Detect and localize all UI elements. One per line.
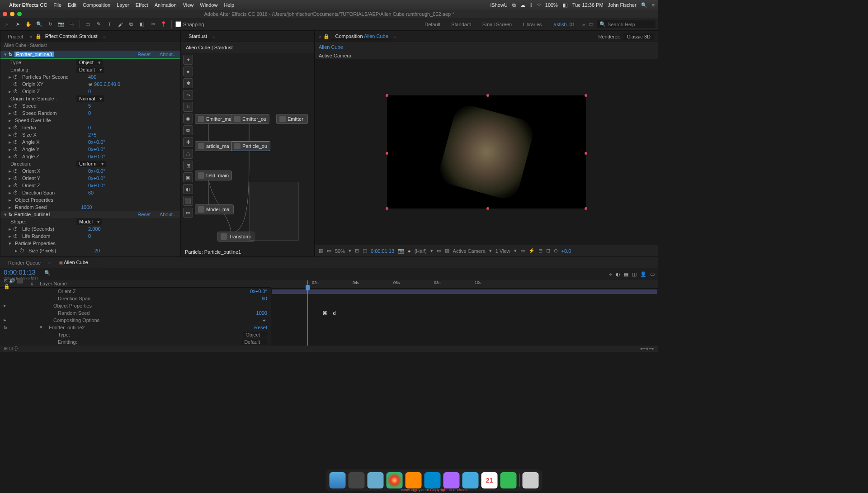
- size-x-value[interactable]: 275: [88, 132, 96, 137]
- stopwatch-icon[interactable]: ⏱: [13, 81, 19, 87]
- rectangle-tool-icon[interactable]: ▭: [84, 20, 92, 28]
- alpha-toggle-icon[interactable]: ▦: [319, 248, 323, 254]
- search-help-input[interactable]: [608, 22, 653, 27]
- orient-x-value[interactable]: 0x+0.0°: [88, 168, 105, 174]
- origin-z-value[interactable]: 0: [88, 89, 91, 94]
- pixel-aspect-icon[interactable]: ▭: [520, 248, 525, 254]
- origin-xy-value[interactable]: 960.0,540.0: [94, 81, 120, 87]
- prop-value[interactable]: 60: [262, 296, 267, 301]
- chevron-down-icon[interactable]: ▾: [489, 248, 492, 254]
- grid-toggle-icon[interactable]: ⊞: [355, 248, 359, 254]
- timeline-comp-tab[interactable]: ▣ Alien Cube: [54, 259, 93, 266]
- angle-z-value[interactable]: 0x+0.0°: [88, 154, 105, 159]
- reset-button[interactable]: Reset: [137, 212, 151, 217]
- zoom-slider[interactable]: ◂━●━▸: [640, 346, 655, 351]
- anchor-tool-icon[interactable]: ⊹: [68, 20, 76, 28]
- prop-orient-z[interactable]: Orient Z: [58, 289, 76, 294]
- search-icon[interactable]: 🔍: [44, 270, 51, 275]
- field-node-icon[interactable]: ◉: [183, 114, 193, 123]
- model-node-icon[interactable]: ▣: [183, 172, 193, 182]
- light-node-icon[interactable]: ◐: [183, 184, 193, 194]
- channel-icon[interactable]: ●: [408, 248, 411, 254]
- notification-icon[interactable]: ≡: [652, 2, 655, 8]
- selection-tool-icon[interactable]: ➤: [14, 20, 22, 28]
- node-particle-main[interactable]: article_ma: [195, 141, 232, 151]
- prop-compositing-options[interactable]: Compositing Options: [53, 318, 99, 323]
- chevron-down-icon[interactable]: ▾: [430, 248, 433, 254]
- playhead[interactable]: [307, 280, 308, 346]
- workspace-small-screen[interactable]: Small Screen: [479, 21, 515, 28]
- stardust-tab[interactable]: Stardust: [185, 33, 211, 40]
- workspace-settings-icon[interactable]: ▭: [589, 21, 593, 27]
- stopwatch-icon[interactable]: ⏱: [13, 110, 19, 116]
- stopwatch-icon[interactable]: ⏱: [13, 74, 19, 80]
- brush-tool-icon[interactable]: 🖌: [116, 20, 124, 28]
- node-emitter-outline[interactable]: Emitter_ou: [231, 114, 269, 124]
- minimize-window-button[interactable]: [10, 12, 14, 16]
- chevron-down-icon[interactable]: ▾: [349, 248, 351, 254]
- stopwatch-icon[interactable]: ⏱: [13, 175, 19, 181]
- particle-node-icon[interactable]: ●: [183, 66, 193, 76]
- cloud-icon[interactable]: ☁: [520, 2, 525, 8]
- zoom-dropdown[interactable]: 50%: [335, 248, 345, 254]
- menu-window[interactable]: Window: [200, 2, 217, 8]
- node-emitter-main[interactable]: Emitter_ma: [195, 114, 235, 124]
- group-node-icon[interactable]: ⊞: [183, 161, 193, 171]
- emitting-dropdown[interactable]: Default: [241, 339, 267, 345]
- orient-y-value[interactable]: 0x+0.0°: [88, 175, 105, 181]
- view-dropdown[interactable]: 1 View: [495, 248, 510, 254]
- motion-blur-icon[interactable]: ◐: [616, 271, 620, 277]
- timeline-track-area[interactable]: 02s 04s 06s 08s 10s: [271, 280, 658, 346]
- chevron-down-icon[interactable]: ▾: [514, 248, 517, 254]
- replica-node-icon[interactable]: ⧉: [183, 125, 193, 135]
- reset-button[interactable]: Reset: [137, 52, 151, 57]
- rotation-tool-icon[interactable]: ↻: [46, 20, 54, 28]
- reset-link[interactable]: Reset: [254, 325, 267, 330]
- spotlight-icon[interactable]: 🔍: [641, 2, 647, 8]
- auxiliary-node-icon[interactable]: ✱: [183, 78, 193, 88]
- stopwatch-icon[interactable]: ⏱: [13, 139, 19, 145]
- eraser-tool-icon[interactable]: ◧: [138, 20, 146, 28]
- node-model-main[interactable]: Model_mai: [195, 204, 234, 214]
- stopwatch-icon[interactable]: ⏱: [13, 233, 19, 239]
- fx-particle-header[interactable]: ▾fx Particle_outline1 Reset About...: [0, 211, 180, 218]
- exposure-reset-icon[interactable]: ⊙: [554, 248, 558, 254]
- home-icon[interactable]: ⌂: [3, 20, 11, 28]
- snapshot-icon[interactable]: 📷: [398, 248, 404, 254]
- timeline-layer-list[interactable]: ⊙ 🔊 ⬛ 🔒 #Layer Name Orient Z0x+0.0° Dire…: [0, 280, 271, 346]
- toggle-switches-icon[interactable]: ⊞ ⊡ {}: [4, 346, 18, 351]
- resolution-dropdown[interactable]: (Half): [415, 248, 427, 254]
- pen-tool-icon[interactable]: ✎: [94, 20, 103, 28]
- layer-handle[interactable]: [486, 94, 489, 97]
- menu-effect[interactable]: Effect: [136, 2, 148, 8]
- menu-view[interactable]: View: [183, 2, 194, 8]
- stopwatch-icon[interactable]: ⏱: [13, 190, 19, 195]
- workspace-default[interactable]: Default: [421, 21, 444, 28]
- roi-icon[interactable]: ▭: [437, 248, 441, 254]
- layer-handle[interactable]: [585, 94, 587, 97]
- node-graph-area[interactable]: ✦ ● ✱ ⤳ ≋ ◉ ⧉ ✚ ◌ ⊞ ▣ ◐ ⬛ ▭: [181, 53, 314, 256]
- workspace-custom[interactable]: jasfish_01: [549, 21, 579, 28]
- angle-x-value[interactable]: 0x+0.0°: [88, 139, 105, 145]
- node-field-main[interactable]: field_main: [195, 171, 232, 180]
- shape-dropdown[interactable]: Model: [76, 218, 102, 225]
- close-tab-icon[interactable]: ×: [319, 34, 321, 39]
- graph-editor-icon[interactable]: ⟐: [609, 271, 612, 277]
- menu-animation[interactable]: Animation: [155, 2, 177, 8]
- camera-tool-icon[interactable]: 📷: [57, 20, 65, 28]
- flowchart-icon[interactable]: ⊡: [546, 248, 550, 254]
- node-particle-outline[interactable]: Particle_ou: [231, 141, 270, 151]
- fx-emitter-header[interactable]: ▾fx Emitter_outline3 Reset About...: [0, 51, 180, 58]
- crosshair-icon[interactable]: ⊕: [88, 81, 92, 87]
- app-name[interactable]: After Effects CC: [9, 2, 47, 8]
- timecode-display[interactable]: 0:00:01:13: [0, 267, 39, 277]
- fx2-name[interactable]: Particle_outline1: [14, 212, 51, 217]
- menu-help[interactable]: Help: [224, 2, 234, 8]
- stopwatch-icon[interactable]: ⏱: [19, 248, 25, 253]
- lock-icon[interactable]: 🔒: [35, 33, 42, 39]
- snapping-checkbox[interactable]: [175, 21, 181, 27]
- workspace-libraries[interactable]: Libraries: [519, 21, 545, 28]
- workspace-overflow-icon[interactable]: »: [582, 22, 585, 27]
- about-button[interactable]: About...: [160, 212, 177, 217]
- maximize-window-button[interactable]: [17, 12, 22, 16]
